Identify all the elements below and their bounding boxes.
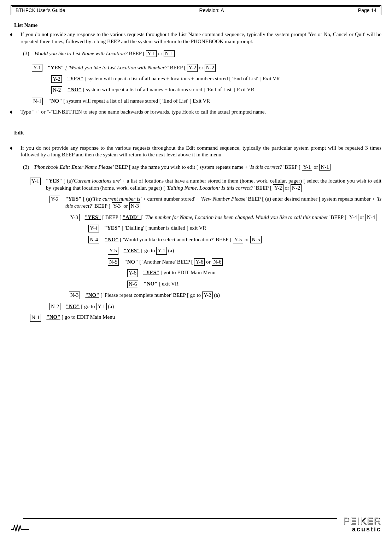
text: [ 'Another Name' BEEP [ bbox=[138, 259, 194, 265]
text: [ go to EDIT Main Menu bbox=[60, 314, 115, 320]
entry-n4: N-4 "NO" [ 'Would you like to select ano… bbox=[88, 236, 381, 244]
entry-y1: Y-1 "YES" [ 'Would you like to List Loca… bbox=[32, 64, 381, 72]
box-y1: Y-1 bbox=[96, 303, 107, 311]
box-n5: N-5 bbox=[108, 258, 119, 266]
brand-sub: acustic bbox=[344, 526, 381, 533]
entry-y5: Y-5 "YES" [ go to Y-1 (a) bbox=[108, 247, 381, 255]
box-n4: N-4 bbox=[365, 214, 376, 221]
box-y1: Y-1 bbox=[30, 178, 41, 185]
or-text: or bbox=[312, 164, 319, 170]
add-label: "ADD" bbox=[123, 214, 141, 220]
box-y2: Y-2 bbox=[187, 64, 198, 72]
note-row: ➧ If you do not provide any response to … bbox=[9, 145, 381, 158]
note-row: ➧ If you do not provide any response to … bbox=[9, 31, 381, 45]
no-label: "NO" bbox=[105, 237, 118, 242]
box-n1: N-1 bbox=[319, 164, 330, 171]
box-n2: N-2 bbox=[51, 86, 62, 94]
note-row: ➧ Type "+" or "-"EINBETTEN to step one n… bbox=[9, 109, 381, 116]
box-y5: Y-5 bbox=[108, 247, 118, 255]
note-text: Type "+" or "-"EINBETTEN to step one nam… bbox=[21, 109, 266, 116]
text: (a) bbox=[167, 248, 174, 253]
box-y1: Y-1 bbox=[32, 64, 42, 72]
text: (a) bbox=[107, 304, 114, 309]
box-n2: N-2 bbox=[205, 64, 216, 72]
arrow-icon: ➧ bbox=[9, 145, 13, 158]
text: [ bbox=[141, 214, 145, 220]
n1-text: [ system will repeat a list of all names… bbox=[62, 98, 210, 104]
yes-label: "YES" bbox=[104, 225, 121, 231]
box-n6: N-6 bbox=[127, 281, 138, 288]
box-y4: Y-4 bbox=[348, 214, 358, 221]
entry-n2: N-2 "NO" [ go to Y-1 (a) bbox=[49, 303, 381, 311]
box-y2: Y-2 bbox=[273, 184, 283, 192]
text: [ BEEP [ bbox=[101, 214, 123, 220]
yes-label: "YES" bbox=[67, 76, 83, 81]
yes-label: "YES" bbox=[48, 65, 65, 70]
box-y6: Y-6 bbox=[127, 269, 138, 277]
logo: PEIKER acustic bbox=[344, 516, 381, 533]
entry-n2: N-2 "NO" [ system will repeat a list of … bbox=[51, 86, 381, 94]
y1-prompt: [ 'Would you like to List Location with … bbox=[65, 65, 169, 70]
no-label: "NO" bbox=[46, 314, 60, 320]
entry-n3: N-3 "NO" [ 'Please repeat complete numbe… bbox=[69, 292, 381, 299]
box-y6: Y-6 bbox=[194, 258, 205, 266]
wave-icon bbox=[11, 523, 30, 533]
box-y2: Y-2 bbox=[49, 196, 60, 203]
or-text: or bbox=[198, 65, 205, 70]
box-n2: N-2 bbox=[49, 303, 60, 311]
entry-n6: N-6 "NO" [ exit VR bbox=[127, 281, 381, 288]
box-y3: Y-3 bbox=[69, 214, 80, 221]
header-bar-inner: BTHFCK User's Guide Revision: A Page 14 bbox=[12, 6, 380, 14]
y1-text: BEEP [ bbox=[169, 65, 187, 70]
yes-label: "YES" bbox=[65, 196, 82, 202]
entry-y4: Y-4 "YES" [ 'Dialling' [ number is diall… bbox=[88, 225, 381, 232]
header-right: Page 14 bbox=[358, 7, 376, 13]
box-y1: Y-1 bbox=[146, 50, 157, 57]
prompt: New Number Please' bbox=[202, 196, 246, 202]
text: [ go to bbox=[80, 304, 96, 309]
text: BEEP [ say the name you wish to edit [ s… bbox=[113, 164, 249, 170]
no-label: "NO" bbox=[68, 87, 81, 92]
entry-n1: N-1 "NO" [ go to EDIT Main Menu bbox=[30, 314, 381, 322]
box-n3: N-3 bbox=[129, 202, 140, 210]
entry-y2: Y-2 "YES" [ system will repeat a list of… bbox=[51, 75, 381, 83]
text: BEEP [ (a) enter desired number [ system… bbox=[246, 196, 376, 202]
or-text: or bbox=[205, 259, 212, 265]
or-text: or bbox=[157, 51, 164, 56]
text: BEEP [ bbox=[93, 203, 112, 209]
text: (a) bbox=[213, 292, 220, 298]
step-3: (3) 'Would you like to List Name with Lo… bbox=[23, 50, 381, 57]
text: [ go to bbox=[140, 248, 157, 253]
arrow-icon: ➧ bbox=[9, 109, 13, 116]
text: [ 'Dialling' [ number is dialled [ exit … bbox=[121, 225, 206, 231]
entry-y6: Y-6 "YES" [ got to EDIT Main Menu bbox=[127, 269, 381, 277]
prompt: 'Current locations are' bbox=[73, 178, 121, 184]
edit-step-3: (3) 'Phonebook Edit: Enter Name Please' … bbox=[23, 164, 381, 171]
yes-label: "YES" bbox=[85, 214, 101, 220]
prompt: 'The number for Name, Location has been … bbox=[144, 214, 329, 220]
no-label: "NO" bbox=[144, 281, 157, 287]
section-title-list-name: List Name bbox=[14, 22, 381, 28]
box-n1: N-1 bbox=[30, 314, 41, 322]
entry-n1: N-1 "NO" [ system will repeat a list of … bbox=[32, 98, 381, 105]
box-n5: N-5 bbox=[250, 236, 261, 244]
no-label: "NO" bbox=[85, 292, 99, 298]
entry-y3: Y-3 "YES" [ BEEP [ "ADD" [ 'The number f… bbox=[69, 214, 381, 221]
step-prompt: 'Would you like to List Name with Locati… bbox=[33, 51, 127, 56]
note-text: If you do not provide any response to th… bbox=[21, 145, 381, 158]
text: [ 'Please repeat complete number' BEEP [… bbox=[99, 292, 202, 298]
text: [ 'Would you like to select another loca… bbox=[118, 237, 233, 242]
or-text: or bbox=[358, 214, 365, 220]
text: BEEP [ bbox=[254, 185, 273, 191]
arrow-icon: ➧ bbox=[9, 31, 13, 45]
no-label: "NO" bbox=[124, 259, 138, 265]
entry-y1: Y-1 "YES" [ (a)'Current locations are' +… bbox=[30, 178, 381, 192]
box-y5: Y-5 bbox=[233, 236, 244, 244]
no-label: "NO" bbox=[48, 98, 62, 104]
box-y2: Y-2 bbox=[202, 292, 213, 299]
text: + current number stored' + ' bbox=[141, 196, 202, 202]
brand-name: PEIKER bbox=[344, 516, 381, 527]
prompt: 'Editing Name, Location: Is this correct… bbox=[166, 185, 254, 191]
header-left: BTHFCK User's Guide bbox=[16, 7, 65, 13]
box-n4: N-4 bbox=[88, 236, 99, 244]
